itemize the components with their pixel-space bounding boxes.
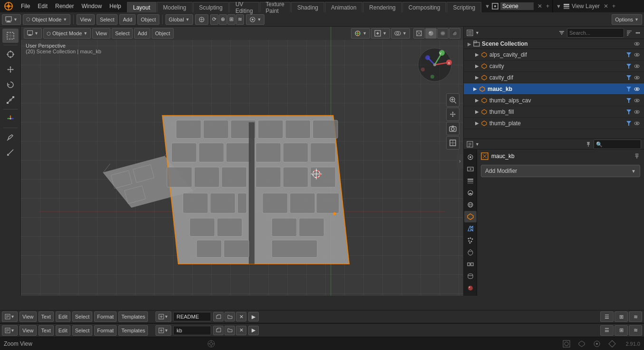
bp2-right-1[interactable]: ☰ <box>600 325 614 336</box>
transform-tool[interactable] <box>2 111 19 126</box>
bp1-x-icon[interactable]: ✕ <box>236 312 246 321</box>
vp-zoom-in[interactable] <box>446 93 459 107</box>
add-modifier-btn[interactable]: Add Modifier ▼ <box>481 165 640 177</box>
bp1-right-1[interactable]: ☰ <box>600 311 614 322</box>
bp2-select[interactable]: Select <box>72 325 93 336</box>
status-icon-1[interactable] <box>561 339 572 349</box>
bp2-view[interactable]: View <box>20 325 37 336</box>
tab-sculpting[interactable]: Sculpting <box>193 2 229 12</box>
pivot-btn-1[interactable]: ⟳ <box>210 14 218 25</box>
prop-icon-particles[interactable] <box>464 235 477 246</box>
prop-icon-data[interactable] <box>464 270 477 282</box>
bp1-view[interactable]: View <box>20 311 37 322</box>
bp2-text[interactable]: Text <box>39 325 54 336</box>
tab-compositing[interactable]: Compositing <box>402 2 447 12</box>
bp1-templates[interactable]: Templates <box>118 311 148 322</box>
vp-object-menu[interactable]: Object <box>152 28 174 39</box>
options-btn[interactable]: Options ▼ <box>612 14 642 25</box>
select-box-tool[interactable] <box>2 29 19 43</box>
mode-selector[interactable]: ⬡ Object Mode ▼ <box>23 14 70 25</box>
eye-icon-tac[interactable] <box>634 97 640 104</box>
eye-icon-cavity[interactable] <box>634 63 640 70</box>
vp-ortho[interactable] <box>446 136 459 150</box>
tab-shading[interactable]: Shading <box>291 2 324 12</box>
menu-help[interactable]: Help <box>106 0 125 12</box>
scene-close-btn[interactable]: ✕ <box>536 3 544 10</box>
vp-viewport-btn[interactable]: ▼ <box>371 28 390 39</box>
move-tool[interactable] <box>2 62 19 77</box>
vp-editor-type[interactable]: ▼ <box>24 28 42 39</box>
status-icon-3[interactable] <box>591 339 603 349</box>
prop-icon-physics[interactable] <box>464 247 477 258</box>
bp1-new-btn[interactable]: ▼ <box>156 311 171 322</box>
bp1-edit[interactable]: Edit <box>56 311 70 322</box>
prop-icon-render[interactable] <box>464 151 477 163</box>
bp2-x-icon[interactable]: ✕ <box>236 326 246 335</box>
bp1-format[interactable]: Format <box>94 311 117 322</box>
shading-wire[interactable] <box>413 28 425 39</box>
bp2-right-3[interactable]: ≋ <box>629 325 642 336</box>
vp-camera[interactable] <box>446 122 459 135</box>
vl-add-btn[interactable]: + <box>612 3 615 10</box>
vp-overlay-btn[interactable]: ▼ <box>391 28 410 39</box>
outliner-search[interactable] <box>567 28 624 38</box>
view-layer-selector[interactable]: ▼ View Layer ✕ + <box>553 0 618 12</box>
object-menu[interactable]: Object <box>137 14 159 25</box>
measure-tool[interactable] <box>2 145 19 160</box>
bp2-editor-type[interactable]: ▼ <box>2 325 18 336</box>
tab-layout[interactable]: Layout <box>127 2 156 12</box>
props-obj-pin-icon[interactable] <box>634 153 640 160</box>
shading-solid[interactable] <box>425 28 437 39</box>
eye-icon-tp[interactable] <box>634 120 640 127</box>
status-icon-4[interactable] <box>606 339 618 349</box>
outliner-item-thumb-plate[interactable]: ▶ thumb_plate <box>464 118 644 129</box>
menu-window[interactable]: Window <box>78 0 106 12</box>
shading-rendered[interactable] <box>449 28 460 39</box>
eye-icon-tf[interactable] <box>634 109 640 115</box>
bp1-text[interactable]: Text <box>39 311 54 322</box>
outliner-item-cavity[interactable]: ▶ cavity <box>464 60 644 72</box>
editor-type-btn[interactable]: ▼ <box>2 14 21 25</box>
snap-btn[interactable] <box>195 14 208 25</box>
vp-pan[interactable] <box>446 108 459 121</box>
pivot-btn-4[interactable]: ≋ <box>236 14 244 25</box>
tab-modeling[interactable]: Modeling <box>157 2 193 12</box>
proportional-edit[interactable]: ▼ <box>246 14 265 25</box>
outliner-editor-arrow[interactable]: ▼ <box>475 30 479 35</box>
props-editor-arrow[interactable]: ▼ <box>475 142 479 147</box>
scene-name-input[interactable] <box>500 2 534 10</box>
viewport-3d[interactable]: ▼ ⬡ Object Mode ▼ View Select Add Object <box>21 27 463 296</box>
prop-icon-constraints[interactable] <box>464 259 477 270</box>
tab-animation[interactable]: Animation <box>325 2 362 12</box>
outliner-extra-icon[interactable] <box>634 30 641 36</box>
outliner-item-alps-cavity-dif[interactable]: ▶ alps_cavity_dif <box>464 49 644 60</box>
tab-scripting[interactable]: Scripting <box>447 2 481 12</box>
bp1-right-3[interactable]: ≋ <box>629 311 642 322</box>
vp-mode-selector[interactable]: ⬡ Object Mode ▼ <box>43 28 91 39</box>
prop-icon-world[interactable] <box>464 199 477 210</box>
bp2-right-2[interactable]: ⊞ <box>615 325 628 336</box>
annotate-tool[interactable] <box>2 130 19 144</box>
transform-orientation[interactable]: Global ▼ <box>166 14 193 25</box>
menu-file[interactable]: File <box>17 0 34 12</box>
prop-icon-scene[interactable] <box>464 187 477 199</box>
pivot-btn-3[interactable]: ⊞ <box>227 14 235 25</box>
scene-collection-header[interactable]: ▶ Scene Collection <box>464 39 644 49</box>
vp-view-menu[interactable]: View <box>92 28 110 39</box>
outliner-item-thumb-alps-cav[interactable]: ▶ thumb_alps_cav <box>464 95 644 106</box>
bp1-right-2[interactable]: ⊞ <box>615 311 628 322</box>
status-icon-2[interactable] <box>576 339 587 349</box>
cursor-tool[interactable] <box>2 47 19 61</box>
pivot-btn-2[interactable]: ⊕ <box>219 14 227 25</box>
tab-texture-paint[interactable]: Texture Paint <box>260 2 291 12</box>
eye-icon-mauc[interactable] <box>634 86 640 92</box>
vp-gizmo-btn[interactable]: ▼ <box>351 28 370 39</box>
gizmo-widget[interactable]: Y X <box>416 46 459 89</box>
menu-edit[interactable]: Edit <box>34 0 51 12</box>
prop-icon-object[interactable] <box>464 211 477 222</box>
bp2-format[interactable]: Format <box>94 325 117 336</box>
view-menu[interactable]: View <box>77 14 95 25</box>
bp2-folder-icon[interactable] <box>224 326 235 335</box>
outliner-item-thumb-fill[interactable]: ▶ thumb_fill <box>464 106 644 118</box>
props-pin-icon[interactable] <box>585 141 592 148</box>
